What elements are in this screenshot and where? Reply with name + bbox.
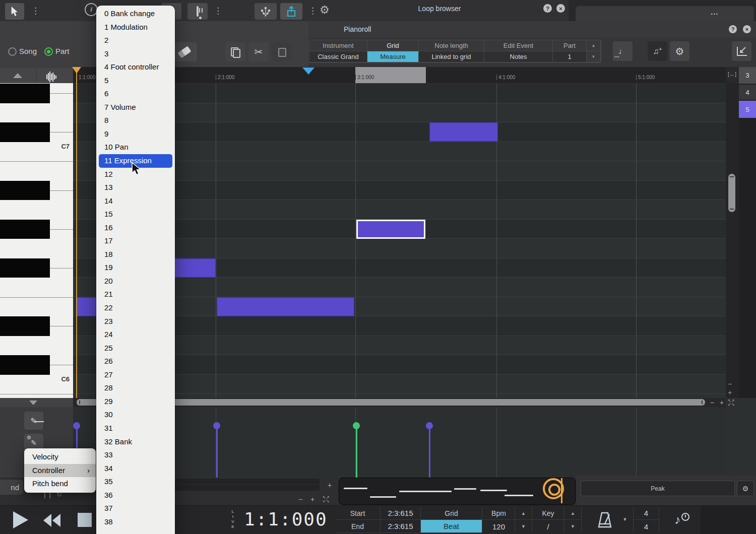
copy-button[interactable] (225, 42, 245, 61)
count-in-button[interactable]: ♪ (670, 511, 692, 530)
lane-menu-item-controller[interactable]: Controller› (24, 464, 96, 478)
velocity-stem[interactable] (429, 428, 430, 478)
velocity-handle[interactable] (353, 422, 360, 429)
insert-note-button[interactable]: ♫+ (648, 41, 667, 61)
key-up-button[interactable]: ▲ (564, 507, 582, 520)
part-tab-5[interactable]: 5 (739, 101, 756, 118)
velocity-stem[interactable] (356, 428, 357, 478)
black-key[interactable] (0, 258, 50, 278)
more-options-icon[interactable]: ⋮ (31, 4, 40, 18)
peak-settings-button[interactable]: ⚙ (737, 481, 754, 496)
start-value[interactable]: 2:3:615 (381, 507, 421, 520)
controller-menu-item-29[interactable]: 29 (96, 395, 175, 409)
mini-timeline[interactable] (150, 479, 320, 491)
bpm-up-button[interactable]: ▲ (515, 507, 532, 520)
midi-note-selected[interactable] (356, 220, 425, 239)
controller-menu-item-0[interactable]: 0 Bank change (96, 7, 175, 21)
controller-menu-item-27[interactable]: 27 (96, 368, 175, 382)
midi-note[interactable] (429, 122, 498, 142)
setting-value-4[interactable]: 1 (553, 51, 587, 62)
velocity-handle[interactable] (426, 422, 433, 429)
setting-value-0[interactable]: Classic Grand (309, 51, 367, 62)
cut-button[interactable]: ✂ (248, 42, 269, 61)
controller-menu-item-20[interactable]: 20 (96, 275, 175, 288)
lane-menu-item-pitch-bend[interactable]: Pitch bend (24, 477, 96, 491)
midi-note[interactable] (217, 297, 354, 316)
mini-zoom-in-icon[interactable]: + (310, 496, 314, 503)
velocity-handle[interactable] (73, 422, 80, 429)
part-tab-3[interactable]: 3 (739, 67, 756, 84)
minimap-zoom-in-icon[interactable]: + (328, 482, 332, 489)
setting-value-3[interactable]: Notes (484, 51, 553, 62)
song-radio[interactable] (8, 47, 17, 56)
lane-menu-item-velocity[interactable]: Velocity (24, 450, 96, 464)
metronome-dropdown-arrow[interactable]: ▼ (619, 513, 631, 526)
mini-expand-icon[interactable]: ↖↗↙↘ (323, 496, 329, 503)
controller-menu-item-32[interactable]: 32 Bank (96, 435, 175, 449)
end-value[interactable]: 2:3:615 (381, 520, 421, 533)
time-sig-numerator[interactable]: 4 (633, 507, 659, 520)
bpm-value[interactable]: 120 (483, 520, 515, 533)
controller-menu-item-33[interactable]: 33 (96, 448, 175, 462)
peak-field[interactable]: Peak (581, 481, 735, 496)
mini-zoom-out-icon[interactable]: − (298, 496, 302, 503)
controller-menu-item-4[interactable]: 4 Foot controller (96, 60, 175, 74)
eraser-button[interactable] (172, 42, 197, 61)
resize-horizontal-icon[interactable]: [↔] (728, 71, 736, 77)
pianoroll-close-icon[interactable]: × (743, 25, 751, 33)
lane-label-chip[interactable]: nd (0, 480, 23, 495)
controller-menu-item-5[interactable]: 5 (96, 74, 175, 88)
key-down-button[interactable]: ▼ (564, 520, 582, 533)
part-spinner[interactable]: ▼ (587, 51, 601, 62)
controller-menu-item-2[interactable]: 2 (96, 34, 175, 47)
key-value[interactable]: / (532, 520, 564, 533)
share-button[interactable] (280, 3, 302, 20)
grid-value-beat[interactable]: Beat (421, 520, 482, 533)
import-to-arranger-button[interactable] (732, 41, 751, 61)
controller-menu-item-36[interactable]: 36 (96, 489, 175, 502)
controller-menu-item-3[interactable]: 3 (96, 47, 175, 61)
controller-menu-item-22[interactable]: 22 (96, 301, 175, 315)
controller-menu-item-16[interactable]: 16 (96, 221, 175, 235)
pianoroll-settings-button[interactable]: ⚙ (670, 41, 689, 61)
quantize-button[interactable]: ♩▪▪▪ (613, 41, 633, 61)
controller-menu-item-18[interactable]: 18 (96, 248, 175, 261)
settings-gear-icon[interactable]: ⚙ (320, 3, 330, 17)
piano-keyboard[interactable]: C7C6 (0, 83, 74, 398)
keyboard-display-button[interactable] (187, 3, 208, 20)
vertical-scrollbar[interactable] (728, 174, 735, 212)
stop-button[interactable] (78, 513, 92, 527)
controller-menu-item-17[interactable]: 17 (96, 234, 175, 248)
cursor-tool-button[interactable] (5, 3, 24, 20)
setting-value-1[interactable]: Measure (367, 51, 419, 62)
part-overview-minimap[interactable] (339, 478, 576, 505)
expand-icon[interactable]: ↖↗↙↘ (728, 399, 734, 406)
controller-menu-item-13[interactable]: 13 (96, 181, 175, 194)
rewind-icon-left[interactable] (43, 514, 51, 527)
close-icon[interactable]: × (556, 4, 565, 13)
controller-menu-item-14[interactable]: 14 (96, 194, 175, 208)
zoom-out-vertical-icon[interactable]: − (728, 380, 732, 387)
zoom-in-icon[interactable]: + (720, 399, 724, 406)
controller-menu-item-21[interactable]: 21 (96, 288, 175, 301)
controller-menu-item-38[interactable]: 38 (96, 515, 175, 529)
pianoroll-help-icon[interactable]: ? (729, 25, 737, 33)
controller-menu-item-10[interactable]: 10 Pan (96, 141, 175, 154)
part-tab-4[interactable]: 4 (739, 85, 756, 100)
controller-menu-item-24[interactable]: 24 (96, 328, 175, 342)
part-spinner[interactable]: ▲ (587, 40, 601, 51)
more-options-icon[interactable]: ⋮ (214, 4, 222, 18)
controller-menu-item-35[interactable]: 35 (96, 475, 175, 489)
browser-list-row[interactable]: ... (576, 6, 754, 22)
controller-menu-item-6[interactable]: 6 (96, 87, 175, 101)
controller-menu-item-23[interactable]: 23 (96, 315, 175, 328)
play-button[interactable] (13, 511, 28, 528)
velocity-handle[interactable] (213, 422, 220, 429)
black-key[interactable] (0, 84, 50, 103)
waveform-icon[interactable] (46, 72, 56, 82)
controller-menu-item-37[interactable]: 37 (96, 502, 175, 515)
paste-button[interactable] (272, 42, 292, 61)
controller-menu-item-7[interactable]: 7 Volume (96, 101, 175, 114)
controller-menu-item-25[interactable]: 25 (96, 342, 175, 355)
black-key[interactable] (0, 220, 50, 239)
